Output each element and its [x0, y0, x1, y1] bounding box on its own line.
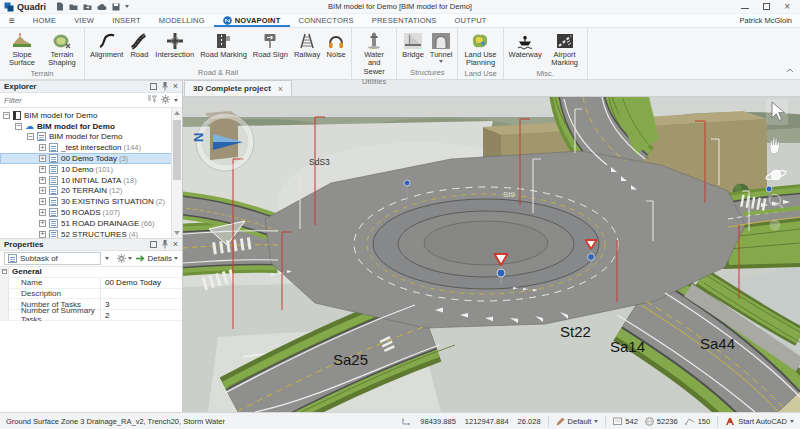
object-count[interactable]: 52236 [645, 417, 678, 426]
save-icon[interactable] [112, 3, 120, 11]
expander-icon[interactable] [39, 187, 46, 194]
subtask-selector[interactable]: Subtask of [4, 252, 101, 265]
tree-item[interactable]: BIM model for Demo [0, 121, 182, 132]
qat-dropdown-icon[interactable] [125, 5, 129, 8]
expander-icon[interactable] [27, 133, 34, 140]
explorer-settings-gear-icon[interactable] [161, 95, 170, 106]
tunnel-dropdown-icon[interactable] [439, 60, 443, 63]
expander-icon[interactable] [39, 155, 46, 162]
expander-icon[interactable] [39, 198, 46, 205]
noise-button[interactable]: Noise [323, 29, 349, 59]
expander-icon[interactable] [39, 144, 46, 151]
tab-insert[interactable]: INSERT [103, 14, 150, 27]
tree-item[interactable]: 20 TERRAIN (12) [0, 186, 182, 197]
scroll-up-icon[interactable] [174, 111, 180, 115]
filter-input[interactable] [4, 96, 143, 105]
draw-style-selector[interactable]: Default [556, 417, 599, 426]
tab-modelling[interactable]: MODELLING [150, 14, 214, 27]
road-marking-button[interactable]: Road Marking [197, 29, 250, 59]
tab-output[interactable]: OUTPUT [446, 14, 496, 27]
float-panel-icon[interactable] [150, 241, 157, 248]
extra-tool-icon[interactable] [770, 220, 781, 231]
waterway-button[interactable]: Waterway [506, 29, 545, 59]
tree-item[interactable]: 52 STRUCTURES (4) [0, 229, 182, 238]
model-icon [13, 111, 21, 120]
tunnel-button[interactable]: Tunnel [427, 29, 456, 63]
filter-options-icon[interactable] [147, 95, 157, 105]
tunnel-icon [431, 30, 451, 51]
import-folder-icon[interactable] [83, 3, 92, 11]
tree-item[interactable]: 10 Demo (101) [0, 164, 182, 175]
3d-viewport[interactable]: N SdS3 [183, 97, 800, 412]
cloud-share-icon[interactable] [97, 3, 107, 11]
expander-icon[interactable] [39, 231, 46, 238]
tree-item[interactable]: BIM model for Demo [0, 132, 182, 143]
close-tab-icon[interactable]: × [278, 84, 283, 94]
properties-gear-button[interactable] [117, 254, 132, 263]
property-row[interactable]: Number of Summary Tasks 2 [0, 310, 182, 321]
start-autocad-button[interactable]: Start AutoCAD [725, 417, 794, 426]
terrain-shaping-button[interactable]: Terrain Shaping [42, 29, 82, 68]
close-button[interactable]: × [784, 3, 790, 10]
feature-count[interactable]: 542 [613, 417, 638, 426]
tree-item[interactable]: 50 ROADS (107) [0, 207, 182, 218]
minimize-button[interactable] [741, 8, 749, 9]
menu-hamburger-icon[interactable]: ≡ [0, 15, 24, 26]
intersection-button[interactable]: Intersection [152, 29, 197, 59]
coord-x: 98439.885 [420, 417, 455, 426]
ribbon-group-terrain: Slope Surface Terrain Shaping Terrain [0, 28, 85, 79]
expander-icon[interactable] [39, 209, 46, 216]
open-folder-icon[interactable] [69, 3, 78, 11]
tab-novapoint[interactable]: NOVAPOINT [214, 14, 290, 27]
expander-icon[interactable] [39, 177, 46, 184]
tree-item[interactable]: 51 ROAD DRAINAGE (66) [0, 218, 182, 229]
tree-item[interactable]: 10 INITIAL DATA (18) [0, 175, 182, 186]
float-panel-icon[interactable] [150, 83, 157, 90]
tab-3d-complete-project[interactable]: 3D Complete project × [184, 80, 292, 96]
tree-item[interactable]: _test intersection (144) [0, 142, 182, 153]
property-value[interactable]: 3 [101, 300, 182, 309]
property-section-row[interactable]: General [0, 267, 182, 278]
section-collapse-icon[interactable] [2, 269, 7, 274]
tree-scrollbar[interactable] [171, 108, 182, 238]
expander-icon[interactable] [39, 220, 46, 227]
tab-home[interactable]: HOME [24, 14, 65, 27]
ribbon-group-label: Utilities [354, 76, 394, 88]
new-document-icon[interactable] [56, 2, 64, 11]
bridge-button[interactable]: Bridge [399, 29, 427, 59]
airport-marking-button[interactable]: Airport Marking [545, 29, 585, 68]
road-sign-button[interactable]: Road Sign [250, 29, 291, 59]
property-value[interactable]: 00 Demo Today [101, 278, 182, 287]
property-row[interactable]: Name 00 Demo Today [0, 278, 182, 289]
settings-dropdown-icon[interactable] [174, 99, 178, 102]
tree-item-selected[interactable]: 00 Demo Today (3) [0, 153, 182, 164]
expander-icon[interactable] [39, 166, 46, 173]
road-button[interactable]: Road [126, 29, 152, 59]
scroll-thumb[interactable] [173, 120, 181, 180]
railway-button[interactable]: Railway [291, 29, 323, 59]
tree-item[interactable]: 30 EXISTING SITUATION (2) [0, 196, 182, 207]
tab-connectors[interactable]: CONNECTORS [290, 14, 363, 27]
collapse-ribbon-icon[interactable] [786, 66, 794, 75]
water-and-sewer-button[interactable]: Water and Sewer [354, 29, 394, 76]
user-name[interactable]: Patrick McGloin [739, 16, 800, 25]
tree-item[interactable]: BIM model for Demo [0, 110, 182, 121]
close-panel-icon[interactable]: × [173, 83, 178, 90]
expander-icon[interactable] [15, 123, 22, 130]
tab-view[interactable]: VIEW [65, 14, 103, 27]
pin-panel-icon[interactable] [162, 82, 168, 91]
land-use-planning-button[interactable]: Land Use Planning [460, 29, 500, 68]
scroll-down-icon[interactable] [174, 231, 180, 235]
restore-button[interactable] [763, 3, 770, 10]
alignment-button[interactable]: Alignment [87, 29, 126, 59]
details-button[interactable]: Details [136, 254, 178, 263]
selector-dropdown-icon[interactable] [105, 257, 109, 260]
property-row[interactable]: Description [0, 289, 182, 300]
tab-presentations[interactable]: PRESENTATIONS [363, 14, 446, 27]
expander-icon[interactable] [3, 112, 10, 119]
property-value[interactable]: 2 [101, 311, 182, 320]
pin-panel-icon[interactable] [162, 240, 168, 249]
slope-surface-button[interactable]: Slope Surface [2, 29, 42, 68]
close-panel-icon[interactable]: × [173, 241, 178, 248]
task-count[interactable]: 150 [685, 417, 711, 426]
